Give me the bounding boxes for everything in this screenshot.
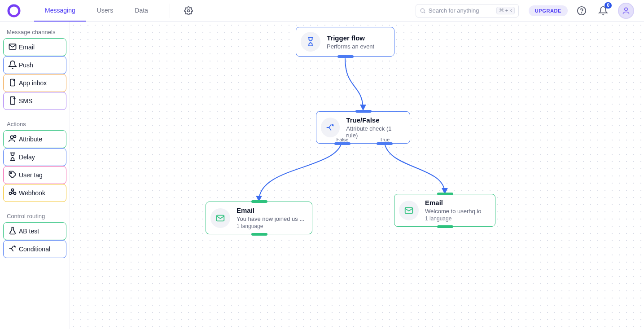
search-kbd: ⌘ + k: [496, 7, 515, 14]
palette-item-label: SMS: [19, 97, 32, 105]
tab-messaging[interactable]: Messaging: [34, 0, 86, 22]
output-port[interactable]: [251, 233, 267, 236]
sidebar-group-title: Actions: [7, 121, 66, 127]
node-email-true[interactable]: Email Welcome to userhq.io 1 language: [394, 194, 495, 227]
palette-item-label: AB test: [19, 228, 39, 235]
svg-point-11: [14, 135, 16, 137]
svg-point-8: [13, 79, 15, 81]
top-nav: Messaging Users Data Search for anything…: [0, 0, 644, 22]
tab-data[interactable]: Data: [124, 0, 159, 22]
svg-point-12: [10, 172, 12, 174]
palette-sidebar: Message channelsEmailPushApp inboxSMSAct…: [0, 22, 70, 329]
palette-attribute[interactable]: Attribute: [3, 130, 66, 148]
output-port[interactable]: [437, 225, 453, 228]
svg-point-5: [625, 8, 628, 11]
palette-item-label: Conditional: [19, 246, 50, 253]
palette-item-label: Webhook: [19, 189, 45, 197]
mail-icon: [210, 208, 230, 228]
output-port-false[interactable]: [334, 142, 350, 145]
tab-users[interactable]: Users: [86, 0, 124, 22]
branch-icon: [321, 118, 340, 137]
notification-count: 0: [605, 2, 612, 9]
node-subtitle: Welcome to userhq.io: [425, 208, 482, 215]
palette-webhook[interactable]: Webhook: [3, 184, 66, 202]
node-subtitle: Attribute check (1 rule): [346, 125, 403, 139]
tag-icon: [8, 170, 17, 180]
node-subtitle: Performs an event: [327, 43, 374, 50]
port-label-true: True: [376, 137, 394, 142]
svg-point-1: [187, 9, 189, 12]
node-title: Trigger flow: [327, 34, 374, 42]
palette-delay[interactable]: Delay: [3, 148, 66, 166]
palette-item-label: App inbox: [19, 79, 47, 87]
hourglass-icon: [301, 32, 320, 52]
help-icon[interactable]: [574, 3, 589, 18]
node-email-false[interactable]: Email You have now joined us ... 1 langu…: [206, 202, 312, 234]
main-area: Message channelsEmailPushApp inboxSMSAct…: [0, 22, 644, 329]
global-search[interactable]: Search for anything ⌘ + k: [416, 4, 519, 18]
input-port[interactable]: [437, 193, 453, 195]
node-conditional[interactable]: True/False Attribute check (1 rule) Fals…: [316, 111, 410, 144]
sms-icon: [8, 96, 17, 106]
node-title: Email: [425, 199, 482, 207]
node-subtitle: You have now joined us ...: [237, 215, 304, 222]
svg-point-14: [14, 192, 16, 194]
main-tabs: Messaging Users Data: [34, 0, 159, 22]
input-port[interactable]: [355, 110, 372, 113]
palette-push[interactable]: Push: [3, 56, 66, 74]
search-icon: [420, 8, 426, 14]
user-icon: [8, 134, 17, 145]
notifications-icon[interactable]: 0: [596, 3, 611, 18]
brand-logo[interactable]: [7, 4, 21, 18]
hook-icon: [8, 188, 17, 198]
svg-point-10: [10, 136, 13, 139]
svg-point-0: [9, 5, 19, 16]
svg-point-4: [582, 13, 582, 13]
palette-email[interactable]: Email: [3, 38, 66, 56]
node-title: True/False: [346, 116, 403, 124]
palette-item-label: Attribute: [19, 136, 42, 143]
hourglass-icon: [8, 152, 17, 162]
palette-item-label: Email: [19, 44, 35, 51]
flow-canvas[interactable]: Trigger flow Performs an event True/Fals…: [70, 22, 644, 329]
palette-conditional[interactable]: Conditional: [3, 240, 66, 258]
sidebar-group-title: Message channels: [7, 29, 66, 35]
mail-icon: [8, 42, 17, 53]
port-label-false: False: [333, 137, 351, 142]
svg-point-13: [9, 192, 12, 194]
flow-edges: [70, 22, 644, 329]
palette-ab-test[interactable]: AB test: [3, 222, 66, 240]
divider: [170, 4, 170, 18]
node-meta: 1 language: [237, 223, 304, 229]
user-avatar[interactable]: [618, 3, 634, 19]
upgrade-button[interactable]: UPGRADE: [529, 5, 568, 16]
palette-app-inbox[interactable]: App inbox: [3, 74, 66, 92]
mail-icon: [399, 201, 419, 220]
palette-sms[interactable]: SMS: [3, 92, 66, 110]
palette-user-tag[interactable]: User tag: [3, 166, 66, 184]
flask-icon: [8, 226, 17, 237]
output-port-true[interactable]: [377, 142, 393, 145]
node-trigger[interactable]: Trigger flow Performs an event: [296, 27, 394, 57]
branch-icon: [8, 244, 17, 254]
palette-item-label: Push: [19, 61, 33, 69]
svg-point-2: [421, 9, 424, 12]
inbox-icon: [8, 78, 17, 88]
search-placeholder: Search for anything: [429, 7, 494, 14]
palette-item-label: Delay: [19, 154, 35, 161]
node-title: Email: [237, 206, 304, 215]
bell-icon: [8, 60, 17, 70]
node-meta: 1 language: [425, 215, 482, 222]
sidebar-group-title: Control routing: [7, 213, 66, 219]
input-port[interactable]: [251, 200, 267, 203]
palette-item-label: User tag: [19, 171, 43, 179]
output-port[interactable]: [337, 55, 354, 58]
settings-icon[interactable]: [181, 3, 196, 18]
